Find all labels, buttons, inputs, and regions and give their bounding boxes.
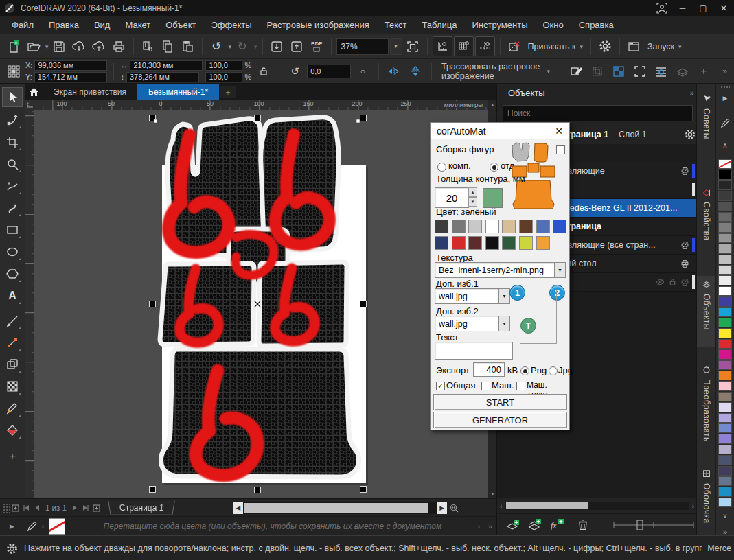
drawing-canvas[interactable] bbox=[34, 110, 488, 498]
mesh-pattern-tool[interactable] bbox=[2, 376, 23, 396]
hscroll-thumb[interactable] bbox=[244, 503, 428, 513]
add-page-after-icon[interactable] bbox=[91, 502, 102, 513]
menu-item-4[interactable]: Макет bbox=[117, 16, 158, 34]
export-icon[interactable] bbox=[288, 37, 306, 56]
connector-tool[interactable] bbox=[2, 332, 23, 352]
dialog-color-swatch[interactable] bbox=[452, 220, 466, 233]
menu-item-10[interactable]: Инструменты bbox=[464, 16, 535, 34]
dialog-color-swatch[interactable] bbox=[519, 236, 533, 250]
maximize-button[interactable]: ▢ bbox=[693, 0, 713, 16]
rotation-center-icon[interactable]: ○ bbox=[354, 62, 372, 80]
zoom-tool[interactable] bbox=[2, 154, 23, 174]
snap-to-dropdown[interactable]: Привязать к▾ bbox=[525, 42, 586, 51]
new-master-layer-icon[interactable] bbox=[527, 518, 542, 532]
dialog-color-swatch[interactable] bbox=[435, 220, 448, 233]
show-grid-toggle[interactable] bbox=[454, 36, 474, 56]
dialog-color-swatch[interactable] bbox=[468, 220, 482, 233]
dialog-color-swatch[interactable] bbox=[536, 220, 550, 233]
palette-swatch[interactable] bbox=[718, 487, 732, 496]
palette-eyedropper-icon[interactable] bbox=[718, 115, 732, 130]
preview-checkbox[interactable] bbox=[556, 145, 565, 154]
menu-item-9[interactable]: Таблица bbox=[414, 16, 464, 34]
open-dropdown-arrow[interactable]: ▾ bbox=[45, 43, 49, 50]
menu-item-12[interactable]: Справка bbox=[571, 16, 621, 34]
dialog-color-swatch[interactable] bbox=[468, 236, 482, 250]
save-icon[interactable] bbox=[50, 37, 69, 56]
horizontal-ruler[interactable]: миллиметры 10050050100150200250 bbox=[34, 100, 488, 110]
docpalette-scroll-right-icon[interactable]: › bbox=[477, 522, 480, 530]
text-tool[interactable]: A bbox=[2, 285, 23, 305]
palette-swatch[interactable] bbox=[718, 286, 732, 296]
dialog-color-swatch[interactable] bbox=[519, 220, 533, 233]
extra1-dropdown[interactable]: wall.jpg▼ bbox=[435, 288, 510, 304]
docker-settings-gear-icon[interactable] bbox=[684, 128, 696, 141]
dialog-color-swatch[interactable] bbox=[553, 220, 566, 233]
zoom-level-combo[interactable]: 37% bbox=[336, 38, 389, 55]
page-tab[interactable]: Страница 1 bbox=[108, 500, 175, 515]
palette-scroll-down-icon[interactable]: ∨ bbox=[718, 511, 732, 520]
new-layer-icon[interactable] bbox=[505, 518, 520, 532]
docpalette-scroll-left-icon[interactable]: ‹ bbox=[42, 522, 45, 530]
docker-collapse-icon[interactable]: » bbox=[690, 89, 694, 97]
scale-x-input[interactable]: 100,0 bbox=[205, 60, 242, 71]
menu-item-7[interactable]: Растровые изображения bbox=[260, 16, 377, 34]
opacity-slider[interactable] bbox=[612, 519, 695, 531]
canvas-hscrollbar[interactable] bbox=[243, 502, 437, 514]
trace-bitmap-button[interactable]: Трассировать растровое изображение▾ bbox=[438, 62, 553, 81]
menu-item-8[interactable]: Текст bbox=[377, 16, 415, 34]
extra2-dropdown[interactable]: wall.jpg▼ bbox=[435, 316, 510, 331]
palette-swatch[interactable] bbox=[718, 318, 732, 327]
palette-options-icon[interactable]: ▶ bbox=[718, 92, 732, 104]
thickness-input[interactable]: 20 bbox=[435, 187, 469, 208]
options-gear-icon[interactable] bbox=[596, 37, 615, 56]
palette-no-color-swatch[interactable] bbox=[718, 159, 732, 169]
corautomat-dialog[interactable]: corAutoMat ✕ Сборка фигур комп. отд. Тол… bbox=[430, 122, 570, 430]
launch-window-icon[interactable] bbox=[625, 37, 643, 56]
add-page-before-icon[interactable] bbox=[10, 502, 21, 513]
add-tools-button[interactable]: ＋ bbox=[2, 446, 23, 466]
dialog-color-swatch[interactable] bbox=[435, 236, 448, 250]
undo-dropdown-arrow[interactable]: ▾ bbox=[229, 43, 232, 50]
tab-welcome-screen[interactable]: Экран приветствия bbox=[43, 84, 137, 100]
docker-scroll-left-icon[interactable]: ‹ bbox=[500, 502, 502, 510]
first-page-icon[interactable] bbox=[21, 502, 32, 513]
palette-swatch[interactable] bbox=[718, 180, 732, 190]
account-icon[interactable] bbox=[652, 0, 672, 16]
check-common[interactable]: ✓ bbox=[436, 382, 445, 390]
objects-row-toggles[interactable] bbox=[680, 166, 690, 176]
palette-swatch[interactable] bbox=[718, 434, 732, 443]
smart-fill-tool[interactable] bbox=[2, 420, 23, 440]
side-tab-4[interactable]: Преобразовать bbox=[697, 361, 716, 458]
previous-page-icon[interactable] bbox=[32, 502, 43, 513]
delete-icon[interactable] bbox=[577, 518, 589, 531]
position-y-input[interactable]: 154,712 мм bbox=[34, 72, 107, 82]
import-icon[interactable] bbox=[268, 37, 286, 56]
docpalette-eyedropper-icon[interactable] bbox=[27, 521, 38, 532]
dialog-color-swatch[interactable] bbox=[452, 236, 466, 250]
side-tab-2[interactable]: Свойства bbox=[697, 184, 716, 261]
new-document-icon[interactable] bbox=[4, 37, 23, 56]
freehand-tool[interactable] bbox=[2, 176, 23, 196]
palette-swatch[interactable] bbox=[718, 265, 732, 275]
palette-swatch[interactable] bbox=[718, 455, 732, 465]
menu-item-11[interactable]: Окно bbox=[535, 16, 571, 34]
palette-swatch[interactable] bbox=[718, 466, 732, 476]
dialog-color-swatch[interactable] bbox=[502, 236, 516, 250]
show-rulers-toggle[interactable] bbox=[433, 36, 452, 56]
palette-swatch[interactable] bbox=[718, 423, 732, 433]
crop-tool[interactable] bbox=[2, 132, 23, 152]
palette-scroll-up-icon[interactable]: ∧ bbox=[718, 140, 732, 150]
snap-off-icon[interactable] bbox=[505, 37, 524, 56]
palette-swatch[interactable] bbox=[718, 275, 732, 285]
palette-swatch[interactable] bbox=[718, 402, 732, 412]
mirror-horizontal-icon[interactable] bbox=[385, 62, 404, 80]
side-tab-5[interactable]: Оболочка bbox=[697, 465, 716, 541]
docker-scroll-thumb[interactable] bbox=[506, 502, 588, 509]
more-controls-icon[interactable]: » bbox=[715, 62, 734, 80]
palette-swatch[interactable] bbox=[718, 476, 732, 486]
color-eyedropper-tool[interactable] bbox=[2, 398, 23, 418]
print-icon[interactable] bbox=[110, 37, 128, 56]
breadcrumb-layer[interactable]: Слой 1 bbox=[619, 130, 647, 139]
tab-document[interactable]: Безымянный-1* bbox=[137, 84, 219, 100]
cloud-download-icon[interactable] bbox=[70, 37, 89, 56]
